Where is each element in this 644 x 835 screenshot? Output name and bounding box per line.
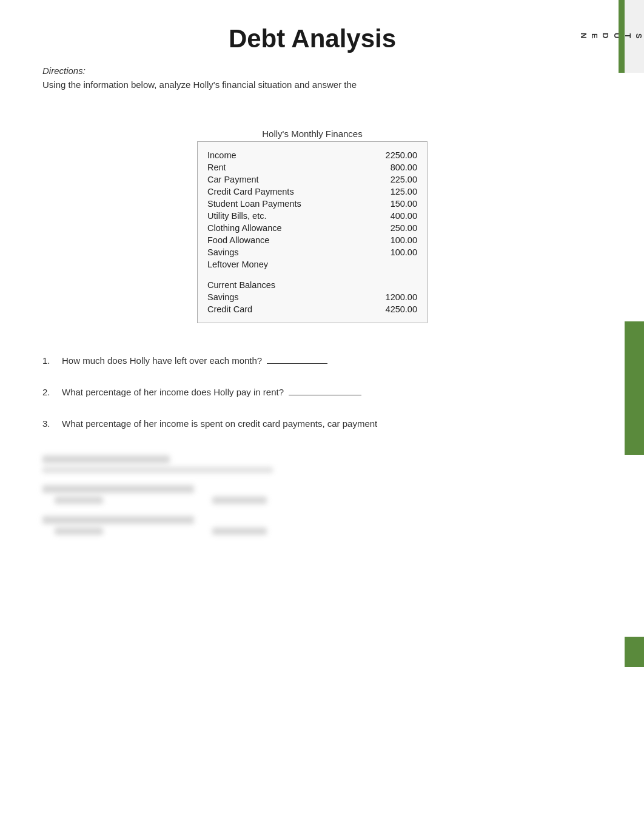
car-label: Car Payment [207,175,375,184]
creditcard-label: Credit Card Payments [207,187,375,196]
directions-label: Directions: [42,65,602,76]
savings-balance-label: Savings [207,292,375,302]
studentloan-value: 150.00 [375,199,417,209]
blurred-title-1 [42,455,170,463]
clothing-label: Clothing Allowance [207,223,375,233]
page-title: Debt Analysis [42,24,602,53]
finance-spacer [207,270,417,279]
savings-value: 100.00 [375,247,417,257]
finance-row-food: Food Allowance 100.00 [207,234,417,246]
finance-row-creditcard-balance: Credit Card 4250.00 [207,303,417,315]
blurred-val-2a [55,497,103,504]
food-value: 100.00 [375,235,417,245]
finance-row-rent: Rent 800.00 [207,161,417,173]
rent-label: Rent [207,163,375,172]
finance-row-car: Car Payment 225.00 [207,173,417,186]
green-bar-top [619,0,625,73]
blurred-line-1 [42,467,273,473]
utility-value: 400.00 [375,211,417,221]
blurred-item-2 [42,485,577,504]
question-2: 2. What percentage of her income does Ho… [42,385,577,400]
blurred-spacer-2 [115,497,200,504]
side-tab: S T U D E N [625,0,644,73]
finance-row-leftover: Leftover Money [207,258,417,270]
blurred-values-3 [55,528,577,535]
finance-table-title: Holly's Monthly Finances [197,129,428,139]
finance-table-wrapper: Holly's Monthly Finances Income 2250.00 … [197,129,428,323]
finance-row-creditcard: Credit Card Payments 125.00 [207,186,417,198]
finance-row-studentloan: Student Loan Payments 150.00 [207,198,417,210]
utility-label: Utility Bills, etc. [207,211,375,221]
green-bar-bottom [625,637,644,667]
blurred-spacer-3 [115,528,200,535]
page-container: S T U D E N Debt Analysis Directions: Us… [0,0,644,835]
savings-label: Savings [207,247,375,257]
rent-value: 800.00 [375,163,417,172]
green-bar-mid [625,321,644,455]
question-3-number: 3. [42,417,57,431]
question-1-number: 1. [42,354,57,368]
finance-section: Holly's Monthly Finances Income 2250.00 … [42,129,602,323]
finance-row-clothing: Clothing Allowance 250.00 [207,222,417,234]
blurred-item-1 [42,455,577,473]
creditcard-balance-value: 4250.00 [375,304,417,314]
question-2-text: What percentage of her income does Holly… [62,385,577,400]
side-tab-letters: S T U D E N [578,33,644,39]
questions-section: 1. How much does Holly have left over ea… [42,354,602,431]
question-2-blank[interactable] [289,386,361,395]
income-value: 2250.00 [375,150,417,160]
car-value: 225.00 [375,175,417,184]
blurred-values-2 [55,497,577,504]
blurred-title-3 [42,516,194,524]
question-2-number: 2. [42,385,57,400]
creditcard-value: 125.00 [375,187,417,196]
finance-row-savings: Savings 100.00 [207,246,417,258]
side-tab-n: N [578,33,589,39]
finance-row-utility: Utility Bills, etc. 400.00 [207,210,417,222]
leftover-label: Leftover Money [207,260,375,269]
savings-balance-value: 1200.00 [375,292,417,302]
side-tab-e: E [589,33,600,40]
blurred-val-3a [55,528,103,535]
side-tab-s: S [633,33,644,40]
question-1-text: How much does Holly have left over each … [62,354,577,368]
current-balances-header: Current Balances [207,279,417,291]
studentloan-label: Student Loan Payments [207,199,375,209]
side-tab-d: D [600,33,611,39]
blurred-section [42,455,602,535]
blurred-title-2 [42,485,194,493]
blurred-val-2b [212,497,267,504]
blurred-item-3 [42,516,577,535]
directions-text: Using the information below, analyze Hol… [42,78,602,92]
question-3-text: What percentage of her income is spent o… [62,417,577,431]
question-1: 1. How much does Holly have left over ea… [42,354,577,368]
finance-row-income: Income 2250.00 [207,149,417,161]
creditcard-balance-label: Credit Card [207,304,375,314]
food-label: Food Allowance [207,235,375,245]
blurred-val-3b [212,528,267,535]
question-1-blank[interactable] [267,354,327,364]
finance-table: Income 2250.00 Rent 800.00 Car Payment 2… [197,141,428,323]
income-label: Income [207,150,375,160]
finance-row-savings-balance: Savings 1200.00 [207,291,417,303]
clothing-value: 250.00 [375,223,417,233]
question-3: 3. What percentage of her income is spen… [42,417,577,431]
